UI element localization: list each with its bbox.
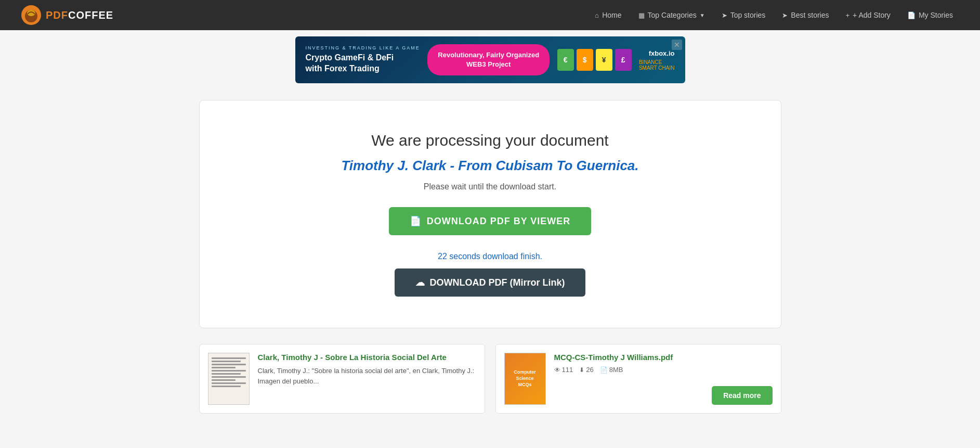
book-cover-text: ComputerScienceMCQs bbox=[514, 369, 536, 388]
countdown-text: 22 seconds download finish. bbox=[438, 252, 542, 261]
file-icon: 📄 bbox=[907, 11, 916, 19]
plus-icon: + bbox=[846, 11, 850, 19]
card-2: $ bbox=[577, 49, 593, 71]
banner-brand1: fxbox.io bbox=[649, 49, 675, 57]
story-actions-2: Read more bbox=[712, 353, 772, 405]
card-1: € bbox=[557, 49, 574, 71]
home-icon: ⌂ bbox=[595, 11, 599, 19]
nav-top-categories[interactable]: ▦ Top Categories ▼ bbox=[632, 7, 711, 23]
nav-home[interactable]: ⌂ Home bbox=[589, 7, 628, 23]
story-meta-2: 👁 111 ⬇ 26 📄 8MB bbox=[554, 366, 704, 374]
banner-cards: € $ ¥ £ bbox=[557, 49, 632, 71]
banner-right: fxbox.io BINANCESMART CHAIN bbox=[639, 49, 675, 71]
file-size-icon: 📄 bbox=[600, 366, 608, 374]
main-content: We are processing your document Timothy … bbox=[189, 100, 792, 414]
star-icon: ➤ bbox=[782, 11, 788, 19]
read-more-button-2[interactable]: Read more bbox=[712, 386, 772, 405]
nav-best-stories[interactable]: ➤ Best stories bbox=[776, 7, 835, 23]
card-4: £ bbox=[615, 49, 632, 71]
story-card-2: ComputerScienceMCQs MCQ-CS-Timothy J Wil… bbox=[495, 344, 781, 414]
grid-icon: ▦ bbox=[638, 11, 645, 19]
story-description-1: Clark, Timothy J.: "Sobre la historia so… bbox=[258, 366, 476, 386]
banner-area: ✕ INVESTING & TRADING LIKE A GAME Crypto… bbox=[0, 30, 980, 89]
card-3: ¥ bbox=[596, 49, 612, 71]
nav-menu: ⌂ Home ▦ Top Categories ▼ ➤ Top stories bbox=[589, 7, 959, 23]
banner-close-button[interactable]: ✕ bbox=[672, 40, 682, 50]
ad-banner[interactable]: ✕ INVESTING & TRADING LIKE A GAME Crypto… bbox=[295, 36, 685, 83]
processing-title: We are processing your document bbox=[220, 132, 760, 149]
logo-text: PDFCOFFEE bbox=[46, 9, 113, 21]
navbar: PDFCOFFEE ⌂ Home ▦ Top Categories ▼ ➤ bbox=[0, 0, 980, 30]
eye-icon: 👁 bbox=[554, 366, 560, 374]
send-icon: ➤ bbox=[722, 11, 727, 19]
processing-card: We are processing your document Timothy … bbox=[199, 100, 781, 328]
story-thumbnail-2: ComputerScienceMCQs bbox=[504, 353, 546, 405]
download-icon: 📄 bbox=[410, 215, 422, 227]
doc-lines bbox=[212, 357, 246, 389]
download-arrow-icon: ⬇ bbox=[579, 366, 584, 374]
banner-brand2: BINANCESMART CHAIN bbox=[639, 59, 675, 71]
nav-my-stories[interactable]: 📄 My Stories bbox=[901, 7, 959, 23]
chevron-down-icon: ▼ bbox=[700, 12, 705, 18]
download-viewer-button[interactable]: 📄 DOWNLOAD PDF BY VIEWER bbox=[389, 207, 592, 235]
document-name: Timothy J. Clark - From Cubisam To Guern… bbox=[220, 158, 760, 174]
logo-icon bbox=[21, 5, 42, 25]
cloud-download-icon: ☁ bbox=[415, 277, 425, 288]
banner-cta[interactable]: Revolutionary, Fairly OrganizedWEB3 Proj… bbox=[427, 44, 550, 75]
file-size: 📄 8MB bbox=[600, 366, 623, 374]
banner-left: INVESTING & TRADING LIKE A GAME Crypto G… bbox=[306, 45, 420, 74]
banner-subtitle: INVESTING & TRADING LIKE A GAME bbox=[306, 45, 420, 50]
logo-link[interactable]: PDFCOFFEE bbox=[21, 5, 113, 25]
nav-top-stories[interactable]: ➤ Top stories bbox=[715, 7, 772, 23]
wait-text: Please wait until the download start. bbox=[220, 182, 760, 191]
story-info-1: Clark, Timothy J - Sobre La Historia Soc… bbox=[258, 353, 476, 386]
download-mirror-button[interactable]: ☁ DOWNLOAD PDF (Mirror Link) bbox=[395, 268, 586, 297]
nav-add-story[interactable]: + + Add Story bbox=[840, 7, 897, 23]
views-count: 👁 111 bbox=[554, 366, 573, 374]
related-stories: Clark, Timothy J - Sobre La Historia Soc… bbox=[199, 344, 781, 414]
banner-title: Crypto GameFi & DeFiwith Forex Trading bbox=[306, 53, 420, 74]
downloads-count: ⬇ 26 bbox=[579, 366, 593, 374]
story-title-1[interactable]: Clark, Timothy J - Sobre La Historia Soc… bbox=[258, 353, 476, 362]
story-thumbnail-1 bbox=[208, 353, 250, 405]
story-title-2[interactable]: MCQ-CS-Timothy J Williams.pdf bbox=[554, 353, 704, 362]
story-card-1: Clark, Timothy J - Sobre La Historia Soc… bbox=[199, 344, 485, 414]
story-info-2: MCQ-CS-Timothy J Williams.pdf 👁 111 ⬇ 26… bbox=[554, 353, 704, 374]
